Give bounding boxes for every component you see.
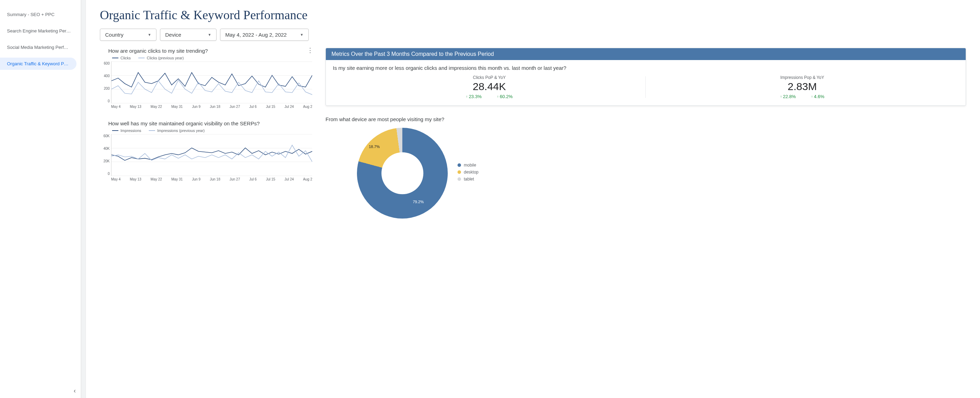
metrics-card: Metrics Over the Past 3 Months Compared … bbox=[326, 48, 966, 106]
legend-label: Impressions (previous year) bbox=[157, 128, 205, 133]
impressions-legend: Impressions Impressions (previous year) bbox=[100, 128, 312, 133]
legend-dot-icon bbox=[458, 163, 461, 167]
caret-down-icon: ▼ bbox=[300, 33, 304, 36]
metrics-card-header: Metrics Over the Past 3 Months Compared … bbox=[326, 48, 966, 60]
page-title: Organic Traffic & Keyword Performance bbox=[100, 8, 966, 22]
legend-swatch bbox=[112, 130, 118, 131]
clicks-x-axis: May 4May 13May 22May 31Jun 9Jun 18Jun 27… bbox=[100, 105, 312, 109]
device-chart-title: From what device are most people visitin… bbox=[326, 116, 966, 122]
impressions-chart-block: How well has my site maintained organic … bbox=[100, 121, 312, 181]
impressions-chart-title: How well has my site maintained organic … bbox=[100, 121, 312, 126]
impressions-x-axis: May 4May 13May 22May 31Jun 9Jun 18Jun 27… bbox=[100, 178, 312, 181]
kebab-menu-icon[interactable]: ⋮ bbox=[307, 46, 313, 54]
metric-impressions-yoy: ↑4.6% bbox=[811, 94, 824, 99]
country-dropdown-label: Country bbox=[105, 32, 124, 38]
up-arrow-icon: ↑ bbox=[780, 95, 782, 98]
legend-swatch bbox=[112, 58, 118, 58]
legend-swatch bbox=[138, 58, 145, 58]
metric-clicks-label: Clicks PoP & YoY bbox=[333, 75, 646, 80]
caret-down-icon: ▼ bbox=[148, 33, 151, 36]
metric-clicks-pop: ↑23.3% bbox=[466, 94, 482, 99]
up-arrow-icon: ↑ bbox=[497, 95, 499, 98]
up-arrow-icon: ↑ bbox=[811, 95, 813, 98]
clicks-legend: Clicks Clicks (previous year) bbox=[100, 56, 312, 60]
clicks-chart-block: ⋮ How are organic clicks to my site tren… bbox=[100, 48, 312, 109]
metric-clicks-yoy: ↑60.2% bbox=[497, 94, 513, 99]
sidebar-collapse-icon[interactable]: ‹ bbox=[74, 387, 76, 395]
device-dropdown-label: Device bbox=[165, 32, 181, 38]
main-content: Organic Traffic & Keyword Performance Co… bbox=[86, 0, 980, 398]
legend-dot-icon bbox=[458, 170, 461, 174]
country-dropdown[interactable]: Country ▼ bbox=[100, 29, 156, 41]
up-arrow-icon: ↑ bbox=[466, 95, 468, 98]
clicks-plot[interactable] bbox=[111, 62, 312, 103]
date-range-dropdown[interactable]: May 4, 2022 - Aug 2, 2022 ▼ bbox=[220, 29, 309, 41]
sidebar-item-sem[interactable]: Search Engine Marketing Per… bbox=[0, 25, 81, 37]
legend-label: Impressions bbox=[121, 128, 141, 133]
legend-label: mobile bbox=[464, 163, 476, 168]
metric-clicks-value: 28.44K bbox=[333, 81, 646, 92]
filter-row: Country ▼ Device ▼ May 4, 2022 - Aug 2, … bbox=[100, 29, 966, 41]
impressions-plot[interactable] bbox=[111, 134, 312, 176]
metric-impressions: Impressions Pop & YoY 2.83M ↑22.8% ↑4.6% bbox=[646, 75, 959, 99]
legend-label: Clicks bbox=[121, 56, 130, 60]
vertical-divider bbox=[81, 0, 86, 398]
sidebar: Summary - SEO + PPC Search Engine Market… bbox=[0, 0, 81, 398]
legend-label: Clicks (previous year) bbox=[147, 56, 184, 60]
metrics-question: Is my site earning more or less organic … bbox=[333, 65, 959, 71]
sidebar-item-summary[interactable]: Summary - SEO + PPC bbox=[0, 8, 81, 21]
metric-impressions-value: 2.83M bbox=[646, 81, 959, 92]
caret-down-icon: ▼ bbox=[208, 33, 211, 36]
metric-impressions-pop: ↑22.8% bbox=[780, 94, 796, 99]
date-range-label: May 4, 2022 - Aug 2, 2022 bbox=[225, 32, 287, 38]
clicks-y-axis: 6004002000 bbox=[100, 62, 111, 103]
legend-label: desktop bbox=[464, 170, 479, 174]
sidebar-item-social[interactable]: Social Media Marketing Perf… bbox=[0, 41, 81, 54]
metric-impressions-label: Impressions Pop & YoY bbox=[646, 75, 959, 80]
device-dropdown[interactable]: Device ▼ bbox=[160, 29, 216, 41]
device-legend: mobile desktop tablet bbox=[458, 163, 479, 184]
impressions-y-axis: 60K40K20K0 bbox=[100, 134, 111, 176]
legend-swatch bbox=[149, 130, 155, 131]
clicks-chart-title: How are organic clicks to my site trendi… bbox=[100, 48, 312, 54]
device-chart-block: From what device are most people visitin… bbox=[326, 116, 966, 219]
legend-dot-icon bbox=[458, 178, 461, 181]
legend-label: tablet bbox=[464, 177, 474, 182]
sidebar-item-organic[interactable]: Organic Traffic & Keyword P… bbox=[0, 58, 76, 70]
device-donut-chart[interactable]: 18.7%79.2% bbox=[357, 128, 448, 219]
metric-clicks: Clicks PoP & YoY 28.44K ↑23.3% ↑60.2% bbox=[333, 75, 646, 99]
